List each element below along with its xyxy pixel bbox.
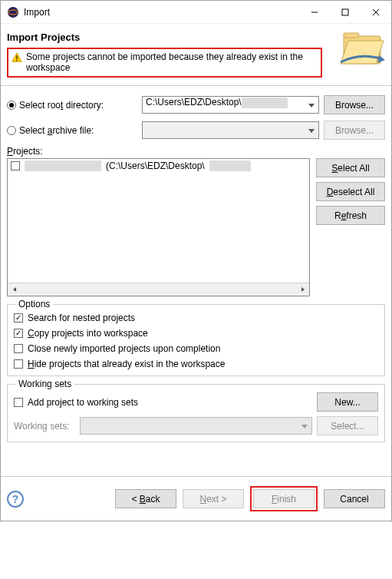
refresh-button[interactable]: Refresh: [316, 206, 385, 225]
working-sets-select: [80, 417, 312, 435]
svg-point-0: [8, 7, 18, 18]
page-title: Import Projects: [7, 31, 322, 43]
archive-file-row: Select archive file: Browse...: [7, 121, 385, 140]
root-directory-label: Select root directory:: [19, 100, 104, 111]
close-newly-checkbox[interactable]: [14, 344, 23, 353]
eclipse-icon: [7, 6, 19, 18]
minimize-button[interactable]: [299, 1, 330, 24]
add-to-ws-checkbox[interactable]: [14, 398, 23, 407]
add-to-ws-row: Add project to working sets New...: [14, 392, 378, 412]
header-banner-area: Import Projects Some projects cannot be …: [1, 24, 391, 82]
project-path: (C:\Users\EDZ\Desktop\: [106, 160, 205, 171]
root-directory-value: C:\Users\EDZ\Desktop\: [146, 97, 242, 108]
projects-label: Projects:: [7, 146, 385, 157]
projects-hscrollbar[interactable]: [8, 283, 309, 296]
options-group: Options Search for nested projects Copy …: [7, 304, 385, 376]
new-working-set-button[interactable]: New...: [317, 392, 378, 412]
close-newly-label: Close newly imported projects upon compl…: [28, 343, 220, 354]
window-title: Import: [24, 7, 299, 18]
close-newly-row: Close newly imported projects upon compl…: [14, 343, 378, 354]
copy-into-row: Copy projects into workspace: [14, 328, 378, 339]
root-directory-input[interactable]: C:\Users\EDZ\Desktop\: [142, 96, 319, 114]
projects-area: (C:\Users\EDZ\Desktop\ Select All Desele…: [7, 158, 385, 296]
add-to-ws-label: Add project to working sets: [28, 397, 138, 408]
working-sets-group: Working sets Add project to working sets…: [7, 384, 385, 442]
root-directory-radio[interactable]: [7, 101, 16, 110]
hide-existing-label: Hide projects that already exist in the …: [28, 359, 225, 369]
project-checkbox[interactable]: [11, 161, 20, 170]
warning-text: Some projects cannot be imported because…: [26, 51, 318, 73]
archive-file-input[interactable]: [142, 121, 319, 139]
header-divider: [1, 85, 391, 86]
options-legend: Options: [15, 299, 53, 309]
root-directory-label-col: Select root directory:: [7, 100, 137, 111]
svg-marker-13: [13, 287, 16, 292]
finish-button: Finish: [253, 489, 315, 508]
svg-rect-3: [342, 9, 348, 15]
warning-icon: [12, 52, 22, 63]
body-spacer: [1, 445, 391, 476]
footer: ? < Back Next > Finish Cancel: [1, 476, 391, 521]
import-dialog: Import Import Projects Some projects can…: [0, 0, 392, 521]
svg-marker-14: [301, 287, 305, 292]
hide-existing-row: Hide projects that already exist in the …: [14, 359, 378, 369]
select-all-button[interactable]: Select All: [316, 158, 385, 177]
maximize-button[interactable]: [330, 1, 361, 24]
copy-into-checkbox[interactable]: [14, 329, 23, 338]
titlebar: Import: [1, 1, 391, 24]
projects-side-buttons: Select All Deselect All Refresh: [316, 158, 385, 296]
deselect-all-button[interactable]: Deselect All: [316, 182, 385, 201]
project-row[interactable]: (C:\Users\EDZ\Desktop\: [8, 159, 309, 173]
warning-box: Some projects cannot be imported because…: [7, 48, 322, 78]
svg-rect-10: [344, 33, 359, 38]
next-button: Next >: [183, 489, 244, 508]
projects-list[interactable]: (C:\Users\EDZ\Desktop\: [7, 158, 310, 296]
svg-rect-7: [16, 55, 18, 58]
archive-file-radio[interactable]: [7, 126, 16, 135]
back-button[interactable]: < Back: [115, 489, 176, 508]
root-directory-row: Select root directory: C:\Users\EDZ\Desk…: [7, 95, 385, 114]
dialog-body: Select root directory: C:\Users\EDZ\Desk…: [1, 89, 391, 445]
scroll-left-icon[interactable]: [8, 283, 21, 296]
cancel-button[interactable]: Cancel: [324, 489, 385, 508]
search-nested-checkbox[interactable]: [14, 313, 23, 323]
scroll-right-icon[interactable]: [296, 283, 309, 296]
help-icon[interactable]: ?: [7, 491, 24, 508]
archive-file-label: Select archive file:: [19, 125, 94, 136]
browse-archive-button: Browse...: [324, 121, 385, 140]
finish-highlight: Finish: [250, 486, 318, 511]
search-nested-row: Search for nested projects: [14, 313, 378, 323]
working-sets-legend: Working sets: [15, 379, 74, 389]
svg-rect-8: [16, 60, 18, 61]
copy-into-label: Copy projects into workspace: [28, 328, 148, 339]
search-nested-label: Search for nested projects: [28, 313, 135, 323]
hide-existing-checkbox[interactable]: [14, 359, 23, 369]
close-button[interactable]: [361, 1, 391, 24]
working-sets-select-row: Working sets: Select...: [14, 416, 378, 435]
select-working-sets-button: Select...: [317, 416, 378, 435]
archive-file-label-col: Select archive file:: [7, 125, 137, 136]
working-sets-label: Working sets:: [14, 421, 75, 432]
browse-root-button[interactable]: Browse...: [324, 95, 385, 114]
folder-import-icon: [338, 25, 387, 70]
